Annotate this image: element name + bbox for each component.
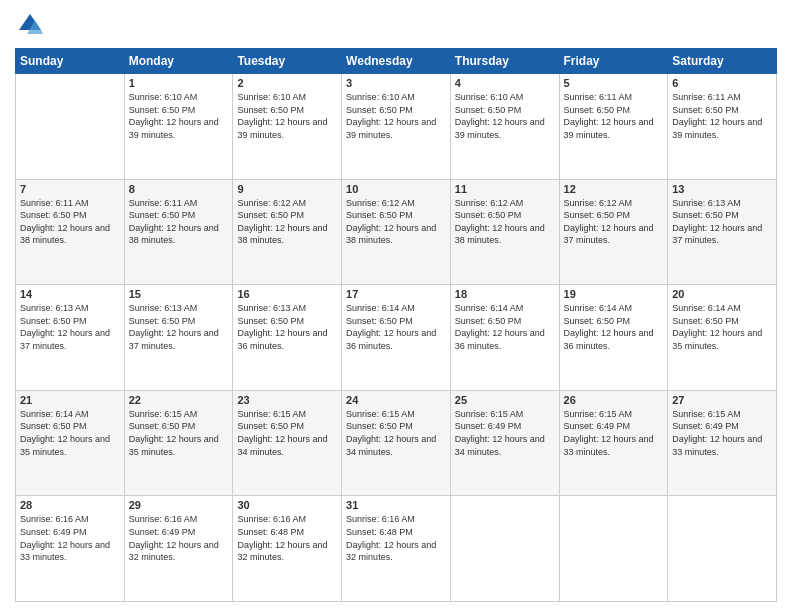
calendar-cell: 21Sunrise: 6:14 AMSunset: 6:50 PMDayligh…	[16, 390, 125, 496]
day-number: 16	[237, 288, 337, 300]
day-number: 27	[672, 394, 772, 406]
calendar-cell	[559, 496, 668, 602]
day-number: 6	[672, 77, 772, 89]
weekday-header-saturday: Saturday	[668, 49, 777, 74]
header	[15, 10, 777, 40]
day-number: 28	[20, 499, 120, 511]
day-number: 18	[455, 288, 555, 300]
calendar-cell	[16, 74, 125, 180]
cell-info: Sunrise: 6:12 AMSunset: 6:50 PMDaylight:…	[346, 197, 446, 247]
calendar-cell: 2Sunrise: 6:10 AMSunset: 6:50 PMDaylight…	[233, 74, 342, 180]
day-number: 7	[20, 183, 120, 195]
page: SundayMondayTuesdayWednesdayThursdayFrid…	[0, 0, 792, 612]
day-number: 5	[564, 77, 664, 89]
calendar-cell: 31Sunrise: 6:16 AMSunset: 6:48 PMDayligh…	[342, 496, 451, 602]
calendar-cell: 10Sunrise: 6:12 AMSunset: 6:50 PMDayligh…	[342, 179, 451, 285]
week-row-5: 28Sunrise: 6:16 AMSunset: 6:49 PMDayligh…	[16, 496, 777, 602]
calendar-cell: 25Sunrise: 6:15 AMSunset: 6:49 PMDayligh…	[450, 390, 559, 496]
calendar-cell: 3Sunrise: 6:10 AMSunset: 6:50 PMDaylight…	[342, 74, 451, 180]
calendar-cell: 16Sunrise: 6:13 AMSunset: 6:50 PMDayligh…	[233, 285, 342, 391]
calendar-cell: 7Sunrise: 6:11 AMSunset: 6:50 PMDaylight…	[16, 179, 125, 285]
day-number: 29	[129, 499, 229, 511]
cell-info: Sunrise: 6:11 AMSunset: 6:50 PMDaylight:…	[564, 91, 664, 141]
day-number: 2	[237, 77, 337, 89]
day-number: 19	[564, 288, 664, 300]
day-number: 30	[237, 499, 337, 511]
cell-info: Sunrise: 6:11 AMSunset: 6:50 PMDaylight:…	[20, 197, 120, 247]
cell-info: Sunrise: 6:12 AMSunset: 6:50 PMDaylight:…	[564, 197, 664, 247]
day-number: 15	[129, 288, 229, 300]
calendar-cell: 24Sunrise: 6:15 AMSunset: 6:50 PMDayligh…	[342, 390, 451, 496]
week-row-1: 1Sunrise: 6:10 AMSunset: 6:50 PMDaylight…	[16, 74, 777, 180]
calendar-cell: 22Sunrise: 6:15 AMSunset: 6:50 PMDayligh…	[124, 390, 233, 496]
logo	[15, 10, 49, 40]
day-number: 25	[455, 394, 555, 406]
calendar-cell: 13Sunrise: 6:13 AMSunset: 6:50 PMDayligh…	[668, 179, 777, 285]
calendar-cell: 8Sunrise: 6:11 AMSunset: 6:50 PMDaylight…	[124, 179, 233, 285]
weekday-header-thursday: Thursday	[450, 49, 559, 74]
weekday-header-sunday: Sunday	[16, 49, 125, 74]
cell-info: Sunrise: 6:11 AMSunset: 6:50 PMDaylight:…	[672, 91, 772, 141]
cell-info: Sunrise: 6:15 AMSunset: 6:50 PMDaylight:…	[129, 408, 229, 458]
day-number: 10	[346, 183, 446, 195]
day-number: 21	[20, 394, 120, 406]
day-number: 24	[346, 394, 446, 406]
calendar-cell: 26Sunrise: 6:15 AMSunset: 6:49 PMDayligh…	[559, 390, 668, 496]
cell-info: Sunrise: 6:14 AMSunset: 6:50 PMDaylight:…	[455, 302, 555, 352]
calendar-cell: 11Sunrise: 6:12 AMSunset: 6:50 PMDayligh…	[450, 179, 559, 285]
cell-info: Sunrise: 6:10 AMSunset: 6:50 PMDaylight:…	[129, 91, 229, 141]
calendar-cell	[668, 496, 777, 602]
calendar-cell: 14Sunrise: 6:13 AMSunset: 6:50 PMDayligh…	[16, 285, 125, 391]
cell-info: Sunrise: 6:10 AMSunset: 6:50 PMDaylight:…	[346, 91, 446, 141]
day-number: 14	[20, 288, 120, 300]
cell-info: Sunrise: 6:15 AMSunset: 6:50 PMDaylight:…	[237, 408, 337, 458]
calendar-cell: 20Sunrise: 6:14 AMSunset: 6:50 PMDayligh…	[668, 285, 777, 391]
calendar-cell: 6Sunrise: 6:11 AMSunset: 6:50 PMDaylight…	[668, 74, 777, 180]
calendar-cell: 19Sunrise: 6:14 AMSunset: 6:50 PMDayligh…	[559, 285, 668, 391]
day-number: 13	[672, 183, 772, 195]
week-row-2: 7Sunrise: 6:11 AMSunset: 6:50 PMDaylight…	[16, 179, 777, 285]
calendar-cell: 15Sunrise: 6:13 AMSunset: 6:50 PMDayligh…	[124, 285, 233, 391]
cell-info: Sunrise: 6:10 AMSunset: 6:50 PMDaylight:…	[237, 91, 337, 141]
day-number: 31	[346, 499, 446, 511]
cell-info: Sunrise: 6:12 AMSunset: 6:50 PMDaylight:…	[455, 197, 555, 247]
day-number: 11	[455, 183, 555, 195]
calendar-cell: 18Sunrise: 6:14 AMSunset: 6:50 PMDayligh…	[450, 285, 559, 391]
day-number: 23	[237, 394, 337, 406]
calendar-cell: 9Sunrise: 6:12 AMSunset: 6:50 PMDaylight…	[233, 179, 342, 285]
calendar-cell: 29Sunrise: 6:16 AMSunset: 6:49 PMDayligh…	[124, 496, 233, 602]
cell-info: Sunrise: 6:15 AMSunset: 6:49 PMDaylight:…	[564, 408, 664, 458]
calendar-cell: 1Sunrise: 6:10 AMSunset: 6:50 PMDaylight…	[124, 74, 233, 180]
weekday-header-wednesday: Wednesday	[342, 49, 451, 74]
weekday-header-monday: Monday	[124, 49, 233, 74]
weekday-header-tuesday: Tuesday	[233, 49, 342, 74]
cell-info: Sunrise: 6:11 AMSunset: 6:50 PMDaylight:…	[129, 197, 229, 247]
cell-info: Sunrise: 6:15 AMSunset: 6:49 PMDaylight:…	[455, 408, 555, 458]
calendar-cell: 28Sunrise: 6:16 AMSunset: 6:49 PMDayligh…	[16, 496, 125, 602]
calendar-cell: 23Sunrise: 6:15 AMSunset: 6:50 PMDayligh…	[233, 390, 342, 496]
day-number: 3	[346, 77, 446, 89]
cell-info: Sunrise: 6:15 AMSunset: 6:50 PMDaylight:…	[346, 408, 446, 458]
calendar-cell: 4Sunrise: 6:10 AMSunset: 6:50 PMDaylight…	[450, 74, 559, 180]
cell-info: Sunrise: 6:16 AMSunset: 6:49 PMDaylight:…	[129, 513, 229, 563]
cell-info: Sunrise: 6:16 AMSunset: 6:49 PMDaylight:…	[20, 513, 120, 563]
cell-info: Sunrise: 6:13 AMSunset: 6:50 PMDaylight:…	[20, 302, 120, 352]
calendar-cell: 12Sunrise: 6:12 AMSunset: 6:50 PMDayligh…	[559, 179, 668, 285]
calendar-cell	[450, 496, 559, 602]
day-number: 20	[672, 288, 772, 300]
day-number: 8	[129, 183, 229, 195]
cell-info: Sunrise: 6:14 AMSunset: 6:50 PMDaylight:…	[672, 302, 772, 352]
day-number: 4	[455, 77, 555, 89]
day-number: 22	[129, 394, 229, 406]
week-row-4: 21Sunrise: 6:14 AMSunset: 6:50 PMDayligh…	[16, 390, 777, 496]
day-number: 12	[564, 183, 664, 195]
calendar-cell: 30Sunrise: 6:16 AMSunset: 6:48 PMDayligh…	[233, 496, 342, 602]
cell-info: Sunrise: 6:13 AMSunset: 6:50 PMDaylight:…	[237, 302, 337, 352]
cell-info: Sunrise: 6:14 AMSunset: 6:50 PMDaylight:…	[20, 408, 120, 458]
calendar-cell: 5Sunrise: 6:11 AMSunset: 6:50 PMDaylight…	[559, 74, 668, 180]
weekday-header-friday: Friday	[559, 49, 668, 74]
cell-info: Sunrise: 6:15 AMSunset: 6:49 PMDaylight:…	[672, 408, 772, 458]
day-number: 1	[129, 77, 229, 89]
cell-info: Sunrise: 6:13 AMSunset: 6:50 PMDaylight:…	[129, 302, 229, 352]
weekday-header-row: SundayMondayTuesdayWednesdayThursdayFrid…	[16, 49, 777, 74]
